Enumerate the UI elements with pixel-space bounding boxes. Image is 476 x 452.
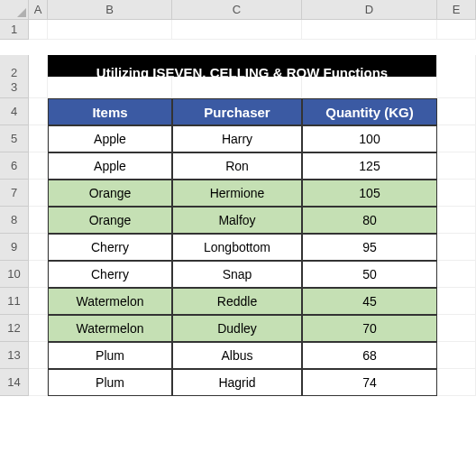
cell-E4[interactable] xyxy=(437,98,476,125)
cell-E11[interactable] xyxy=(437,288,476,315)
cell-B12[interactable]: Watermelon xyxy=(48,315,172,342)
cell-D6[interactable]: 125 xyxy=(302,152,437,180)
cell-C10[interactable]: Snap xyxy=(172,261,302,288)
cell-B1[interactable] xyxy=(48,20,172,40)
cell-E8[interactable] xyxy=(437,207,476,234)
col-header-A[interactable]: A xyxy=(29,0,48,20)
row-header-13[interactable]: 13 xyxy=(0,342,29,369)
row-header-1[interactable]: 1 xyxy=(0,20,29,40)
cell-E14[interactable] xyxy=(437,369,476,396)
cell-C9[interactable]: Longbottom xyxy=(172,234,302,261)
cell-A9[interactable] xyxy=(29,234,48,261)
cell-B3[interactable] xyxy=(48,77,172,98)
cell-E10[interactable] xyxy=(437,261,476,288)
cell-C11[interactable]: Reddle xyxy=(172,288,302,315)
cell-C8[interactable]: Malfoy xyxy=(172,207,302,234)
cell-A14[interactable] xyxy=(29,369,48,396)
cell-C14[interactable]: Hagrid xyxy=(172,369,302,396)
cell-E3[interactable] xyxy=(437,77,476,98)
cell-A10[interactable] xyxy=(29,261,48,288)
row-header-11[interactable]: 11 xyxy=(0,288,29,315)
cell-E7[interactable] xyxy=(437,180,476,207)
cell-B13[interactable]: Plum xyxy=(48,342,172,369)
cell-B5[interactable]: Apple xyxy=(48,125,172,152)
cell-B7[interactable]: Orange xyxy=(48,180,172,207)
row-header-9[interactable]: 9 xyxy=(0,234,29,261)
row-header-12[interactable]: 12 xyxy=(0,315,29,342)
cell-B10[interactable]: Cherry xyxy=(48,261,172,288)
cell-C3[interactable] xyxy=(172,77,302,98)
cell-C6[interactable]: Ron xyxy=(172,152,302,180)
cell-C13[interactable]: Albus xyxy=(172,342,302,369)
cell-B14[interactable]: Plum xyxy=(48,369,172,396)
cell-C7[interactable]: Hermione xyxy=(172,180,302,207)
col-header-C[interactable]: C xyxy=(172,0,302,20)
cell-E9[interactable] xyxy=(437,234,476,261)
cell-A11[interactable] xyxy=(29,288,48,315)
row-header-5[interactable]: 5 xyxy=(0,125,29,152)
cell-C12[interactable]: Dudley xyxy=(172,315,302,342)
cell-D7[interactable]: 105 xyxy=(302,180,437,207)
cell-D14[interactable]: 74 xyxy=(302,369,437,396)
col-header-B[interactable]: B xyxy=(48,0,172,20)
row-header-14[interactable]: 14 xyxy=(0,369,29,396)
table-header-qty[interactable]: Quantity (KG) xyxy=(302,98,437,125)
cell-C5[interactable]: Harry xyxy=(172,125,302,152)
cell-D11[interactable]: 45 xyxy=(302,288,437,315)
cell-B8[interactable]: Orange xyxy=(48,207,172,234)
row-header-6[interactable]: 6 xyxy=(0,152,29,180)
cell-D13[interactable]: 68 xyxy=(302,342,437,369)
spreadsheet-grid[interactable]: A B C D E 1 2 Utilizing ISEVEN, CELLING … xyxy=(0,0,476,396)
cell-B11[interactable]: Watermelon xyxy=(48,288,172,315)
cell-A1[interactable] xyxy=(29,20,48,40)
cell-E5[interactable] xyxy=(437,125,476,152)
cell-D5[interactable]: 100 xyxy=(302,125,437,152)
select-all-corner[interactable] xyxy=(0,0,29,20)
cell-A13[interactable] xyxy=(29,342,48,369)
col-header-E[interactable]: E xyxy=(437,0,476,20)
table-header-items[interactable]: Items xyxy=(48,98,172,125)
cell-A4[interactable] xyxy=(29,98,48,125)
cell-D1[interactable] xyxy=(302,20,437,40)
row-header-3[interactable]: 3 xyxy=(0,77,29,98)
cell-E1[interactable] xyxy=(437,20,476,40)
cell-E6[interactable] xyxy=(437,152,476,180)
row-header-7[interactable]: 7 xyxy=(0,180,29,207)
cell-D10[interactable]: 50 xyxy=(302,261,437,288)
cell-A3[interactable] xyxy=(29,77,48,98)
table-header-purchaser[interactable]: Purchaser xyxy=(172,98,302,125)
cell-A5[interactable] xyxy=(29,125,48,152)
row-header-8[interactable]: 8 xyxy=(0,207,29,234)
cell-A7[interactable] xyxy=(29,180,48,207)
cell-D3[interactable] xyxy=(302,77,437,98)
cell-B9[interactable]: Cherry xyxy=(48,234,172,261)
row-header-4[interactable]: 4 xyxy=(0,98,29,125)
cell-E13[interactable] xyxy=(437,342,476,369)
col-header-D[interactable]: D xyxy=(302,0,437,20)
row-header-10[interactable]: 10 xyxy=(0,261,29,288)
cell-A8[interactable] xyxy=(29,207,48,234)
cell-A12[interactable] xyxy=(29,315,48,342)
cell-D12[interactable]: 70 xyxy=(302,315,437,342)
cell-D9[interactable]: 95 xyxy=(302,234,437,261)
cell-E12[interactable] xyxy=(437,315,476,342)
cell-B6[interactable]: Apple xyxy=(48,152,172,180)
cell-D8[interactable]: 80 xyxy=(302,207,437,234)
cell-C1[interactable] xyxy=(172,20,302,40)
cell-A6[interactable] xyxy=(29,152,48,180)
